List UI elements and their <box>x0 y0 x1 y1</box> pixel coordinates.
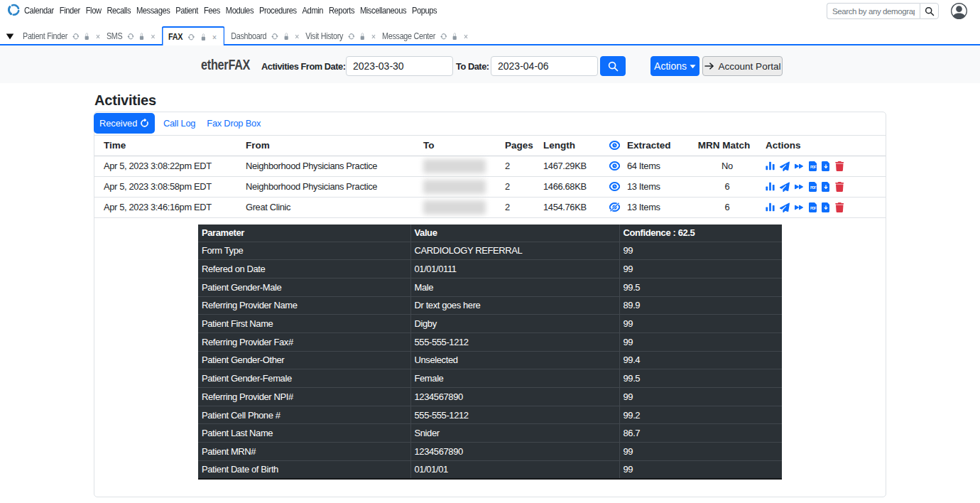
svg-text:PDF: PDF <box>810 166 816 169</box>
svg-text:PDF: PDF <box>810 186 816 190</box>
svg-text:PDF: PDF <box>810 207 816 210</box>
